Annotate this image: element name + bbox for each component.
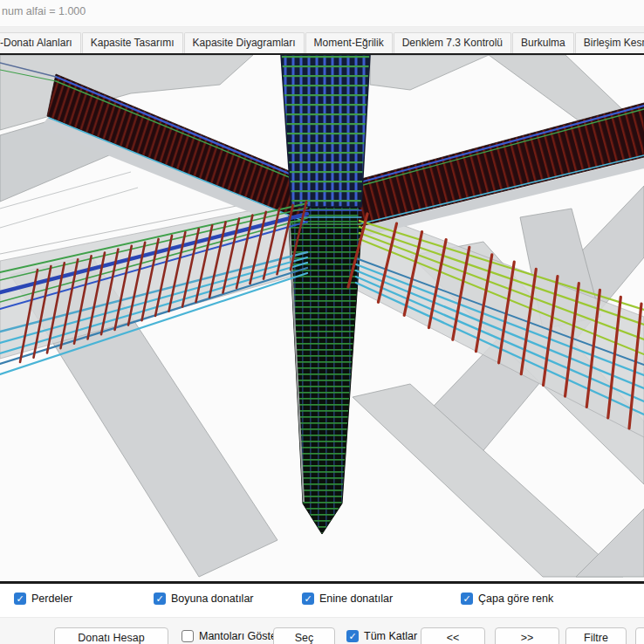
toggle-label: Mantoları Göster <box>199 630 280 642</box>
app-window: num alfai = 1.000 r-Donatı Alanları Kapa… <box>0 0 644 644</box>
beam-upper-right-cage <box>358 103 644 227</box>
checkbox-checked-icon[interactable]: ✓ <box>461 593 473 605</box>
tab-bar: r-Donatı Alanları Kapasite Tasarımı Kapa… <box>0 27 644 53</box>
checkbox-checked-icon[interactable]: ✓ <box>346 630 359 642</box>
column-lower-cage <box>288 207 363 534</box>
column-upper-cage <box>281 55 370 207</box>
checkbox-checked-icon[interactable]: ✓ <box>302 593 314 605</box>
toggle-tum-katlar[interactable]: ✓ Tüm Katlar <box>346 630 417 642</box>
toggle-enine-donatilar[interactable]: ✓ Enine donatılar <box>302 593 393 605</box>
toggle-label: Perdeler <box>31 593 72 605</box>
toggle-capa-gore-renk[interactable]: ✓ Çapa göre renk <box>461 593 553 605</box>
filter-button[interactable]: Filtre <box>565 627 627 644</box>
select-button[interactable]: Seç <box>273 627 335 644</box>
rebar-calculator-button[interactable]: Donatı Hesap Makinesi <box>54 627 168 644</box>
rebar-3d-scene[interactable] <box>0 55 644 581</box>
toggle-label: Çapa göre renk <box>478 593 553 605</box>
tab-denklem-73-kontrolu[interactable]: Denklem 7.3 Kontrolü <box>394 32 511 53</box>
checkbox-unchecked-icon[interactable] <box>182 630 194 642</box>
tab-donati-alanlari[interactable]: r-Donatı Alanları <box>0 32 81 53</box>
partial-button[interactable] <box>635 627 644 644</box>
prev-button[interactable]: << <box>421 627 485 644</box>
toggle-perdeler[interactable]: ✓ Perdeler <box>14 593 72 605</box>
view-toggle-row: ✓ Perdeler ✓ Boyuna donatılar ✓ Enine do… <box>0 584 644 617</box>
bottom-toolbar: Donatı Hesap Makinesi Mantoları Göster S… <box>0 617 644 644</box>
tab-burkulma[interactable]: Burkulma <box>512 32 574 53</box>
tab-moment-egrilik[interactable]: Moment-Eğrilik <box>305 32 393 53</box>
toggle-label: Tüm Katlar <box>364 630 417 642</box>
status-strip: num alfai = 1.000 <box>0 0 644 27</box>
viewport-3d[interactable] <box>0 53 644 584</box>
checkbox-checked-icon[interactable]: ✓ <box>14 593 26 605</box>
alfai-info-text: num alfai = 1.000 <box>2 5 86 17</box>
tab-kapasite-diyagramlari[interactable]: Kapasite Diyagramları <box>184 32 305 53</box>
next-button[interactable]: >> <box>495 627 559 644</box>
toggle-boyuna-donatilar[interactable]: ✓ Boyuna donatılar <box>154 593 254 605</box>
tab-kapasite-tasarimi[interactable]: Kapasite Tasarımı <box>82 32 183 53</box>
toggle-mantolari-goster[interactable]: Mantoları Göster <box>182 630 280 642</box>
toggle-label: Enine donatılar <box>319 593 393 605</box>
toggle-label: Boyuna donatılar <box>171 593 254 605</box>
tab-birlesim-kesme-guvenligi[interactable]: Birleşim Kesme Güvenliği <box>575 32 644 53</box>
checkbox-checked-icon[interactable]: ✓ <box>154 593 166 605</box>
